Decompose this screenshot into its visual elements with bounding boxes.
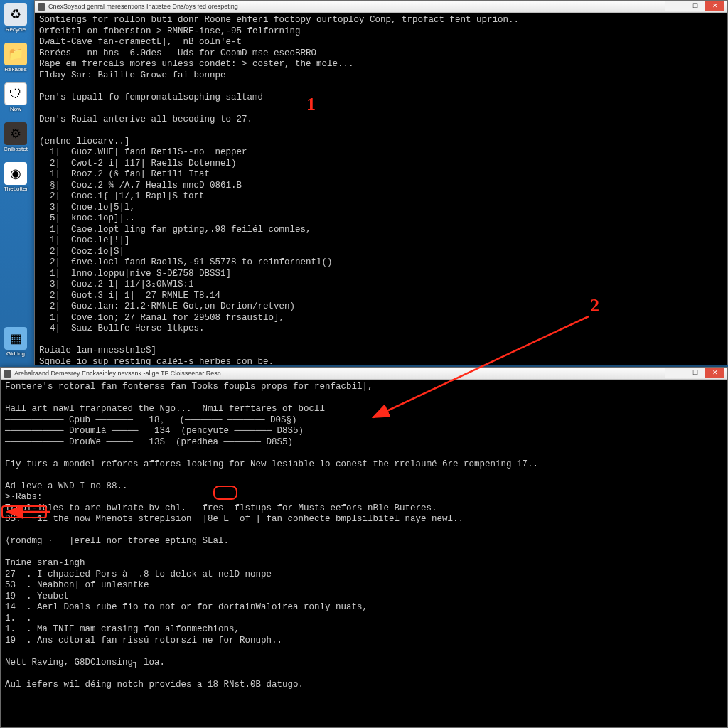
window-title: Arehalraand Demesrey Enckasioley nevsank… [14, 370, 665, 377]
desktop-icon-label: Cnibastet [4, 146, 28, 152]
desktop-icon-generic[interactable]: ▦ Gidring [0, 327, 31, 357]
desktop-icon-label: Rekabes [4, 67, 27, 73]
desktop-icon-label: Recycle [6, 27, 26, 33]
terminal-window-top[interactable]: CnexSoyaod genral meresentions Inatistee… [34, 0, 728, 365]
terminal-window-bottom[interactable]: Arehalraand Demesrey Enckasioley nevsank… [0, 367, 728, 728]
recycle-bin-icon: ♻ [4, 3, 27, 26]
desktop-icon-recycle-bin[interactable]: ♻ Recycle [0, 3, 31, 33]
desktop-icon-label: TheLotter [4, 186, 28, 192]
terminal-output[interactable]: Sontiengs for rollon buti donr Roone ehf… [35, 13, 727, 365]
minimize-button[interactable]: ─ [665, 1, 685, 11]
desktop-icon-chrome[interactable]: ◉ TheLotter [0, 162, 31, 192]
window-app-icon [4, 370, 11, 378]
titlebar[interactable]: CnexSoyaod genral meresentions Inatistee… [35, 1, 727, 13]
terminal-output[interactable]: Fontere's rotoral fan fonterss fan Tooks… [1, 380, 727, 727]
maximize-button[interactable]: ☐ [685, 368, 705, 378]
shield-icon: 🛡 [4, 82, 27, 105]
chrome-icon: ◉ [4, 162, 27, 185]
desktop-icon-label: Now [10, 107, 21, 112]
desktop-icon-label: Gidring [6, 351, 25, 357]
close-button[interactable]: ✕ [705, 368, 724, 378]
window-title: CnexSoyaod genral meresentions Inatistee… [48, 3, 665, 10]
maximize-button[interactable]: ☐ [685, 1, 705, 11]
window-controls: ─ ☐ ✕ [665, 1, 724, 11]
minimize-button[interactable]: ─ [665, 368, 685, 378]
window-app-icon [38, 3, 46, 11]
desktop-icon-folder[interactable]: 📁 Rekabes [0, 43, 31, 73]
desktop-icon-runner[interactable]: ⚙ Cnibastet [0, 122, 31, 152]
folder-icon: 📁 [4, 43, 27, 65]
app-icon: ▦ [4, 327, 27, 350]
titlebar[interactable]: Arehalraand Demesrey Enckasioley nevsank… [1, 368, 727, 380]
desktop-icon-shield[interactable]: 🛡 Now [0, 82, 31, 112]
gear-icon: ⚙ [4, 122, 27, 145]
window-controls: ─ ☐ ✕ [665, 368, 724, 378]
close-button[interactable]: ✕ [705, 1, 724, 11]
